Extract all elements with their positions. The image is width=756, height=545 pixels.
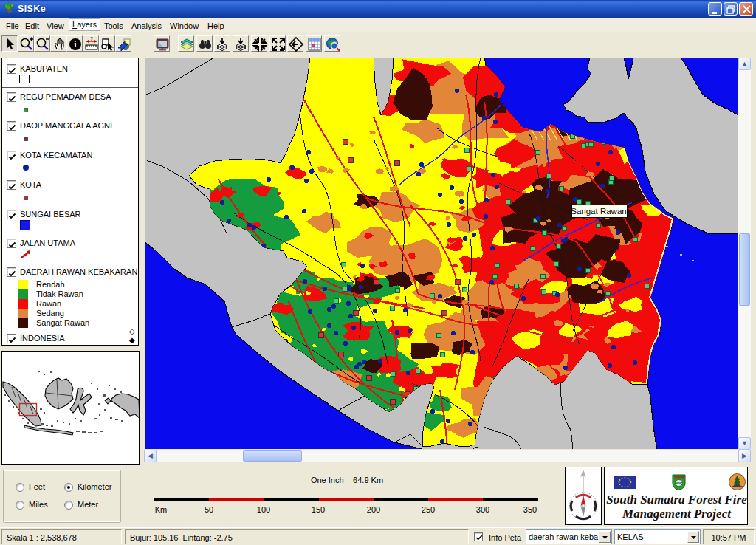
svg-text:Sangat Rawan: Sangat Rawan: [571, 207, 626, 216]
svg-text:?: ?: [90, 36, 93, 41]
